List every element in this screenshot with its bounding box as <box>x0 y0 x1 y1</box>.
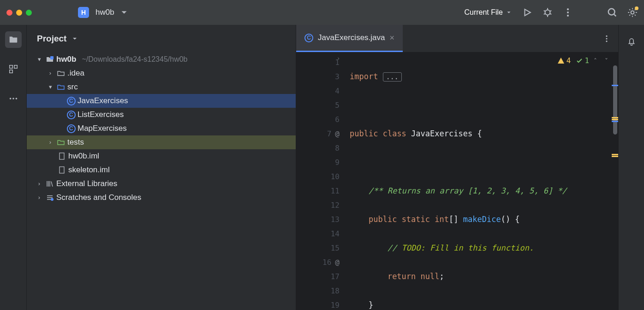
folded-region[interactable]: ... <box>383 72 402 82</box>
svg-point-15 <box>606 35 607 36</box>
scratches-icon <box>45 193 54 202</box>
file-icon <box>57 166 66 174</box>
run-config-selector[interactable]: Current File <box>464 8 512 17</box>
scrollbar-thumb[interactable] <box>613 65 617 135</box>
tree-iml2[interactable]: skeleton.iml <box>27 163 296 177</box>
check-icon <box>576 57 583 64</box>
svg-rect-5 <box>9 65 12 68</box>
svg-point-16 <box>606 38 607 39</box>
class-icon: C <box>66 111 76 119</box>
chevron-down-icon: ▾ <box>35 53 43 66</box>
chevron-down-icon[interactable] <box>119 7 129 18</box>
panel-title: Project <box>37 34 66 44</box>
svg-point-4 <box>608 9 615 15</box>
svg-rect-13 <box>60 167 64 173</box>
inspection-nav[interactable]: ˄ ˅ <box>594 57 608 64</box>
notifications-button[interactable] <box>623 33 640 50</box>
chevron-right-icon: › <box>46 66 54 80</box>
project-badge[interactable]: H <box>78 7 89 18</box>
more-horizontal-icon <box>8 94 18 104</box>
source-folder-icon <box>56 83 66 91</box>
library-icon <box>45 180 54 188</box>
test-folder-icon <box>56 138 66 146</box>
bell-icon <box>626 36 637 47</box>
chevron-down-icon: ▾ <box>46 80 54 94</box>
tree-external-libs[interactable]: › External Libraries <box>27 177 296 191</box>
tree-root[interactable]: ▾ hw0b ~/Downloads/fa24-s12345/hw0b <box>27 53 296 66</box>
class-icon: C <box>66 97 76 105</box>
tree-list-exercises[interactable]: C ListExercises <box>27 108 296 122</box>
error-stripe[interactable] <box>612 53 618 310</box>
tree-idea[interactable]: › .idea <box>27 66 296 80</box>
svg-point-2 <box>567 12 569 13</box>
tree-root-path: ~/Downloads/fa24-s12345/hw0b <box>82 53 187 66</box>
tab-strip: C JavaExercises.java × <box>296 25 618 53</box>
tree-root-name: hw0b <box>56 53 76 66</box>
settings-button[interactable] <box>627 7 638 18</box>
tab-label: JavaExercises.java <box>318 33 385 42</box>
inspection-widget[interactable]: 4 1 ˄ ˅ <box>557 56 608 65</box>
svg-point-0 <box>545 10 550 15</box>
titlebar: H hw0b Current File <box>0 0 644 25</box>
more-vertical-icon <box>602 35 611 43</box>
gutter: 1 3 4 5 6 7@ 8 9 10 11 12 13 14 15 16@ 1… <box>296 53 346 310</box>
svg-point-10 <box>15 98 17 99</box>
structure-tool-button[interactable] <box>5 61 22 77</box>
gutter-icon[interactable]: @ <box>335 127 340 141</box>
tree-scratches[interactable]: › Scratches and Consoles <box>27 191 296 205</box>
svg-point-1 <box>567 8 569 10</box>
svg-rect-11 <box>50 56 54 59</box>
class-icon: C <box>66 124 76 133</box>
minimize-window[interactable] <box>16 10 22 16</box>
svg-rect-7 <box>9 70 12 73</box>
gutter-icon[interactable]: @ <box>335 255 340 269</box>
tree-tests[interactable]: › tests <box>27 135 296 149</box>
tree-java-exercises[interactable]: C JavaExercises <box>27 94 296 108</box>
tree-iml1[interactable]: hw0b.iml <box>27 149 296 163</box>
svg-point-9 <box>12 98 14 99</box>
module-icon <box>45 55 54 64</box>
close-icon[interactable]: × <box>390 33 395 43</box>
gear-icon <box>627 7 638 18</box>
folder-icon <box>56 69 66 77</box>
project-name[interactable]: hw0b <box>95 8 114 17</box>
editor[interactable]: 1 3 4 5 6 7@ 8 9 10 11 12 13 14 15 16@ 1… <box>296 53 618 310</box>
chevron-right-icon: › <box>35 191 43 205</box>
project-panel: Project ▾ hw0b ~/Downloads/fa24-s12345/h… <box>27 25 296 310</box>
chevron-down-icon <box>506 9 512 16</box>
maximize-window[interactable] <box>26 10 32 16</box>
left-tool-strip <box>0 25 27 310</box>
code-content[interactable]: import ... public class JavaExercises { … <box>346 53 618 310</box>
svg-point-14 <box>51 198 54 201</box>
more-vertical-icon[interactable] <box>563 7 573 18</box>
search-icon[interactable] <box>607 7 617 18</box>
debug-icon[interactable] <box>543 7 553 18</box>
project-tree: ▾ hw0b ~/Downloads/fa24-s12345/hw0b › .i… <box>27 53 296 205</box>
window-controls <box>6 10 32 16</box>
class-icon: C <box>304 34 313 42</box>
more-tool-button[interactable] <box>5 90 22 107</box>
project-panel-header[interactable]: Project <box>27 25 296 53</box>
editor-tab-java-exercises[interactable]: C JavaExercises.java × <box>296 25 403 52</box>
run-config-label: Current File <box>464 8 503 17</box>
run-icon[interactable] <box>522 7 532 18</box>
svg-point-3 <box>567 15 569 17</box>
tree-map-exercises[interactable]: C MapExercises <box>27 122 296 135</box>
svg-point-17 <box>606 41 607 42</box>
folder-icon <box>8 35 18 45</box>
chevron-down-icon <box>71 35 78 42</box>
warning-icon <box>557 57 565 64</box>
tree-src[interactable]: ▾ src <box>27 80 296 94</box>
svg-rect-12 <box>60 153 64 159</box>
editor-area: C JavaExercises.java × 1 3 4 5 6 7@ 8 9 … <box>296 25 618 310</box>
tab-options-button[interactable] <box>595 25 618 52</box>
svg-point-8 <box>9 98 11 99</box>
close-window[interactable] <box>6 10 12 16</box>
chevron-right-icon: › <box>35 177 43 191</box>
right-tool-strip <box>618 25 644 310</box>
svg-rect-6 <box>14 65 17 68</box>
chevron-right-icon: › <box>46 135 54 149</box>
fold-icon[interactable]: › <box>337 55 340 62</box>
project-tool-button[interactable] <box>5 31 22 48</box>
file-icon <box>57 152 66 160</box>
